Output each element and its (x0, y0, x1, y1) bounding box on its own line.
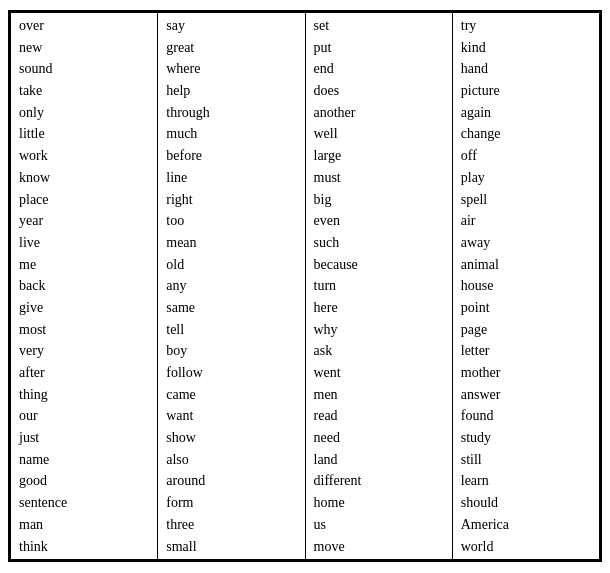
word-item: right (166, 189, 296, 211)
word-item: America (461, 514, 591, 536)
word-item: tell (166, 319, 296, 341)
word-item: turn (314, 275, 444, 297)
word-item: also (166, 449, 296, 471)
word-item: want (166, 405, 296, 427)
word-item: great (166, 37, 296, 59)
word-item: around (166, 470, 296, 492)
word-item: should (461, 492, 591, 514)
word-item: spell (461, 189, 591, 211)
word-item: air (461, 210, 591, 232)
word-item: does (314, 80, 444, 102)
word-item: before (166, 145, 296, 167)
word-item: why (314, 319, 444, 341)
word-item: follow (166, 362, 296, 384)
word-item: take (19, 80, 149, 102)
word-item: read (314, 405, 444, 427)
word-item: picture (461, 80, 591, 102)
word-item: play (461, 167, 591, 189)
word-item: year (19, 210, 149, 232)
word-item: new (19, 37, 149, 59)
word-item: me (19, 254, 149, 276)
word-item: know (19, 167, 149, 189)
word-item: answer (461, 384, 591, 406)
word-item: such (314, 232, 444, 254)
word-item: thing (19, 384, 149, 406)
word-item: off (461, 145, 591, 167)
column-col2: saygreatwherehelpthroughmuchbeforelineri… (158, 13, 305, 560)
word-item: change (461, 123, 591, 145)
word-item: move (314, 536, 444, 558)
word-item: us (314, 514, 444, 536)
word-item: help (166, 80, 296, 102)
word-item: learn (461, 470, 591, 492)
word-item: same (166, 297, 296, 319)
word-item: must (314, 167, 444, 189)
word-item: form (166, 492, 296, 514)
word-item: little (19, 123, 149, 145)
word-item: boy (166, 340, 296, 362)
column-col1: overnewsoundtakeonlylittleworkknowplacey… (11, 13, 158, 560)
word-item: letter (461, 340, 591, 362)
word-item: show (166, 427, 296, 449)
word-item: house (461, 275, 591, 297)
word-item: went (314, 362, 444, 384)
word-item: good (19, 470, 149, 492)
word-item: study (461, 427, 591, 449)
word-item: mother (461, 362, 591, 384)
word-item: try (461, 15, 591, 37)
word-item: different (314, 470, 444, 492)
word-item: well (314, 123, 444, 145)
word-item: page (461, 319, 591, 341)
word-item: sound (19, 58, 149, 80)
word-table: overnewsoundtakeonlylittleworkknowplacey… (10, 12, 600, 560)
word-item: men (314, 384, 444, 406)
word-item: set (314, 15, 444, 37)
word-item: over (19, 15, 149, 37)
word-item: mean (166, 232, 296, 254)
word-item: our (19, 405, 149, 427)
word-item: work (19, 145, 149, 167)
word-item: line (166, 167, 296, 189)
word-item: land (314, 449, 444, 471)
word-item: animal (461, 254, 591, 276)
word-item: just (19, 427, 149, 449)
word-item: away (461, 232, 591, 254)
word-item: home (314, 492, 444, 514)
word-item: kind (461, 37, 591, 59)
word-item: again (461, 102, 591, 124)
word-item: sentence (19, 492, 149, 514)
word-item: name (19, 449, 149, 471)
word-item: ask (314, 340, 444, 362)
word-item: much (166, 123, 296, 145)
word-item: where (166, 58, 296, 80)
word-item: here (314, 297, 444, 319)
word-item: came (166, 384, 296, 406)
word-item: hand (461, 58, 591, 80)
word-item: because (314, 254, 444, 276)
word-item: very (19, 340, 149, 362)
word-item: put (314, 37, 444, 59)
word-item: old (166, 254, 296, 276)
word-item: most (19, 319, 149, 341)
word-item: end (314, 58, 444, 80)
column-col3: setputenddoesanotherwelllargemustbigeven… (305, 13, 452, 560)
word-item: large (314, 145, 444, 167)
word-item: only (19, 102, 149, 124)
word-item: small (166, 536, 296, 558)
word-item: through (166, 102, 296, 124)
word-item: back (19, 275, 149, 297)
word-item: three (166, 514, 296, 536)
word-item: found (461, 405, 591, 427)
word-item: say (166, 15, 296, 37)
word-item: world (461, 536, 591, 558)
word-item: point (461, 297, 591, 319)
word-item: still (461, 449, 591, 471)
word-item: too (166, 210, 296, 232)
word-item: give (19, 297, 149, 319)
column-col4: trykindhandpictureagainchangeoffplayspel… (452, 13, 599, 560)
word-item: live (19, 232, 149, 254)
word-item: need (314, 427, 444, 449)
word-item: place (19, 189, 149, 211)
word-table-container: overnewsoundtakeonlylittleworkknowplacey… (8, 10, 602, 562)
word-item: man (19, 514, 149, 536)
